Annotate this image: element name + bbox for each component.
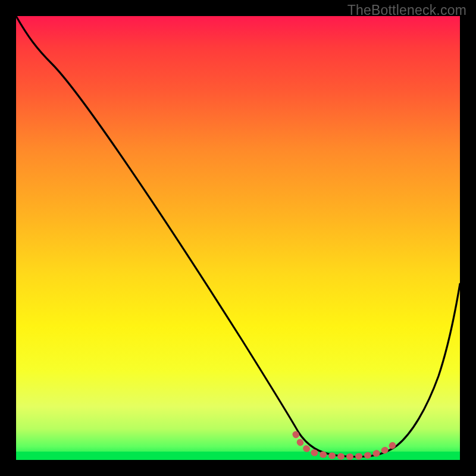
bottleneck-curve-path — [16, 16, 460, 457]
watermark-text: TheBottleneck.com — [347, 2, 466, 18]
bottleneck-curve-svg — [16, 16, 460, 460]
chart-stage: TheBottleneck.com — [0, 0, 476, 476]
